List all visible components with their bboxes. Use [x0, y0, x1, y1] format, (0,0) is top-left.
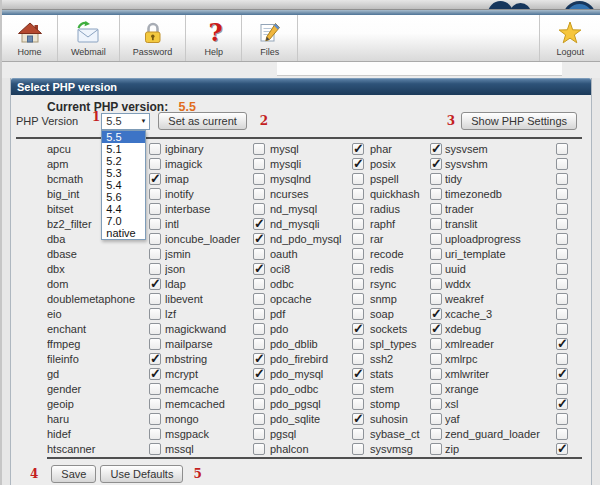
- show-php-settings-button[interactable]: Show PHP Settings: [461, 112, 577, 130]
- extension-checkbox-lzf[interactable]: [253, 308, 265, 320]
- extension-checkbox-htscanner[interactable]: [149, 443, 161, 455]
- extension-checkbox-inotify[interactable]: [253, 188, 265, 200]
- extension-checkbox-xrange[interactable]: [556, 383, 568, 395]
- extension-checkbox-interbase[interactable]: [253, 203, 265, 215]
- extension-checkbox-xdebug[interactable]: [556, 323, 568, 335]
- extension-checkbox-ffmpeg[interactable]: [149, 338, 161, 350]
- extension-checkbox-sysvsem[interactable]: [556, 143, 568, 155]
- version-select[interactable]: 5.5 ▼: [101, 113, 150, 130]
- extension-checkbox-posix[interactable]: [430, 158, 442, 170]
- extension-checkbox-trader[interactable]: [556, 203, 568, 215]
- extension-checkbox-mysqli[interactable]: [352, 158, 364, 170]
- extension-checkbox-mailparse[interactable]: [253, 338, 265, 350]
- extension-checkbox-geoip[interactable]: [149, 398, 161, 410]
- extension-checkbox-imap[interactable]: [253, 173, 265, 185]
- extension-checkbox-spl_types[interactable]: [430, 338, 442, 350]
- extension-checkbox-pdo_sqlite[interactable]: [352, 413, 364, 425]
- extension-checkbox-msgpack[interactable]: [253, 428, 265, 440]
- save-button[interactable]: Save: [51, 465, 96, 483]
- extension-checkbox-mbstring[interactable]: [253, 353, 265, 365]
- extension-checkbox-pdf[interactable]: [352, 308, 364, 320]
- version-option-5.6[interactable]: 5.6: [102, 191, 145, 203]
- extension-checkbox-sockets[interactable]: [430, 323, 442, 335]
- extension-checkbox-nd_mysqli[interactable]: [352, 218, 364, 230]
- extension-checkbox-intl[interactable]: [253, 218, 265, 230]
- toolbar-item-webmail[interactable]: Webmail: [58, 15, 120, 61]
- extension-checkbox-bz2_filter[interactable]: [149, 218, 161, 230]
- extension-checkbox-xsl[interactable]: [556, 398, 568, 410]
- extension-checkbox-uuid[interactable]: [556, 263, 568, 275]
- extension-checkbox-phalcon[interactable]: [352, 443, 364, 455]
- extension-checkbox-oci8[interactable]: [352, 263, 364, 275]
- extension-checkbox-pdo[interactable]: [352, 323, 364, 335]
- extension-checkbox-redis[interactable]: [430, 263, 442, 275]
- extension-checkbox-memcache[interactable]: [253, 383, 265, 395]
- extension-checkbox-bcmath[interactable]: [149, 173, 161, 185]
- version-option-7.0[interactable]: 7.0: [102, 215, 145, 227]
- extension-checkbox-raphf[interactable]: [430, 218, 442, 230]
- extension-checkbox-dbase[interactable]: [149, 248, 161, 260]
- extension-checkbox-ldap[interactable]: [253, 278, 265, 290]
- extension-checkbox-odbc[interactable]: [352, 278, 364, 290]
- extension-checkbox-hidef[interactable]: [149, 428, 161, 440]
- extension-checkbox-gd[interactable]: [149, 368, 161, 380]
- extension-checkbox-suhosin[interactable]: [430, 413, 442, 425]
- extension-checkbox-mcrypt[interactable]: [253, 368, 265, 380]
- version-option-5.1[interactable]: 5.1: [102, 143, 145, 155]
- extension-checkbox-xmlrpc[interactable]: [556, 353, 568, 365]
- extension-checkbox-sysvshm[interactable]: [556, 158, 568, 170]
- extension-checkbox-sysvmsg[interactable]: [430, 443, 442, 455]
- extension-checkbox-nd_pdo_mysql[interactable]: [352, 233, 364, 245]
- version-option-5.4[interactable]: 5.4: [102, 179, 145, 191]
- extension-checkbox-wddx[interactable]: [556, 278, 568, 290]
- extension-checkbox-rsync[interactable]: [430, 278, 442, 290]
- extension-checkbox-sybase_ct[interactable]: [430, 428, 442, 440]
- extension-checkbox-dom[interactable]: [149, 278, 161, 290]
- set-as-current-button[interactable]: Set as current: [158, 112, 246, 130]
- extension-checkbox-enchant[interactable]: [149, 323, 161, 335]
- extension-checkbox-big_int[interactable]: [149, 188, 161, 200]
- extension-checkbox-pspell[interactable]: [430, 173, 442, 185]
- extension-checkbox-zip[interactable]: [556, 443, 568, 455]
- extension-checkbox-pgsql[interactable]: [352, 428, 364, 440]
- extension-checkbox-eio[interactable]: [149, 308, 161, 320]
- toolbar-item-help[interactable]: ? ? Help: [186, 15, 242, 61]
- extension-checkbox-haru[interactable]: [149, 413, 161, 425]
- extension-checkbox-snmp[interactable]: [430, 293, 442, 305]
- extension-checkbox-weakref[interactable]: [556, 293, 568, 305]
- extension-checkbox-pdo_mysql[interactable]: [352, 368, 364, 380]
- extension-checkbox-translit[interactable]: [556, 218, 568, 230]
- extension-checkbox-zend_guard_loader[interactable]: [556, 428, 568, 440]
- extension-checkbox-recode[interactable]: [430, 248, 442, 260]
- extension-checkbox-uploadprogress[interactable]: [556, 233, 568, 245]
- extension-checkbox-quickhash[interactable]: [430, 188, 442, 200]
- extension-checkbox-memcached[interactable]: [253, 398, 265, 410]
- extension-checkbox-stomp[interactable]: [430, 398, 442, 410]
- toolbar-item-password[interactable]: Password: [120, 15, 187, 61]
- extension-checkbox-dbx[interactable]: [149, 263, 161, 275]
- extension-checkbox-fileinfo[interactable]: [149, 353, 161, 365]
- extension-checkbox-yaf[interactable]: [556, 413, 568, 425]
- extension-checkbox-json[interactable]: [253, 263, 265, 275]
- use-defaults-button[interactable]: Use Defaults: [100, 465, 183, 483]
- extension-checkbox-mssql[interactable]: [253, 443, 265, 455]
- extension-checkbox-oauth[interactable]: [352, 248, 364, 260]
- extension-checkbox-pdo_pgsql[interactable]: [352, 398, 364, 410]
- toolbar-item-files[interactable]: Files: [242, 15, 298, 61]
- extension-checkbox-radius[interactable]: [430, 203, 442, 215]
- extension-checkbox-doublemetaphone[interactable]: [149, 293, 161, 305]
- extension-checkbox-rar[interactable]: [430, 233, 442, 245]
- extension-checkbox-apcu[interactable]: [149, 143, 161, 155]
- extension-checkbox-stem[interactable]: [430, 383, 442, 395]
- extension-checkbox-mongo[interactable]: [253, 413, 265, 425]
- extension-checkbox-xcache_3[interactable]: [556, 308, 568, 320]
- extension-checkbox-pdo_odbc[interactable]: [352, 383, 364, 395]
- extension-checkbox-libevent[interactable]: [253, 293, 265, 305]
- extension-checkbox-nd_mysql[interactable]: [352, 203, 364, 215]
- version-option-5.5[interactable]: 5.5: [102, 131, 145, 143]
- extension-checkbox-timezonedb[interactable]: [556, 188, 568, 200]
- extension-checkbox-imagick[interactable]: [253, 158, 265, 170]
- version-option-native[interactable]: native: [102, 227, 145, 239]
- extension-checkbox-ioncube_loader[interactable]: [253, 233, 265, 245]
- toolbar-item-home[interactable]: Home: [2, 15, 58, 61]
